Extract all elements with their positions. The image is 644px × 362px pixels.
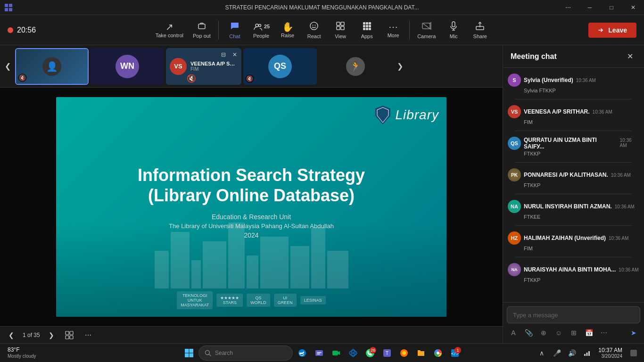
svg-rect-56: [630, 350, 637, 356]
svg-rect-10: [337, 22, 340, 25]
slide-more-button[interactable]: ⋯: [82, 329, 95, 341]
participant-thumb-2[interactable]: WN: [91, 48, 164, 85]
svg-rect-4: [198, 24, 205, 29]
taskbar-app-vscode[interactable]: </> 1: [447, 346, 462, 361]
pop-out-button[interactable]: Pop out: [189, 17, 215, 43]
mic-muted-vs: 🔇: [187, 74, 196, 83]
taskbar-app-video[interactable]: [329, 346, 344, 361]
taskbar-app-explorer1[interactable]: [346, 346, 361, 361]
strip-next-button[interactable]: ❯: [394, 52, 405, 81]
slide-prev-button[interactable]: ❮: [6, 329, 17, 341]
svg-rect-25: [452, 22, 455, 27]
taskbar-app-whatsapp[interactable]: 26: [363, 346, 378, 361]
svg-point-9: [315, 25, 316, 26]
msg-time-2: 10:36 AM: [593, 109, 612, 115]
minimize-panel-button[interactable]: ⊟: [219, 50, 228, 59]
search-placeholder: Search: [215, 350, 233, 356]
people-icon: 25: [253, 22, 270, 32]
chat-toolbar: A 📎 ⊕ ☺ ⊞ 📅 ⋯ ➤: [507, 323, 640, 339]
close-button[interactable]: ✕: [622, 0, 644, 15]
svg-rect-11: [341, 22, 344, 25]
notification-icon[interactable]: [627, 346, 640, 360]
chat-input-box[interactable]: Type a message: [507, 306, 640, 323]
avatar-vs-chat: VS: [508, 105, 521, 118]
taskbar-clock[interactable]: 10:37 AM 3/20/2024: [595, 346, 625, 360]
mic-sys-icon[interactable]: 🎤: [550, 346, 563, 360]
view-button[interactable]: View: [328, 17, 353, 43]
taskbar-app-firefox[interactable]: [396, 346, 412, 361]
whatsapp-badge: 26: [370, 347, 376, 354]
raise-button[interactable]: ✋ Raise: [275, 17, 300, 43]
title-bar: STRATEGI PENCARIAN MAKLUMAT MENGGUNAKAN …: [0, 0, 644, 15]
footer-logo-5: LESINAS: [300, 296, 326, 304]
avatar-na2: NA: [508, 263, 521, 276]
participant-dept-veenesa: FIM: [190, 66, 238, 72]
chat-more-options-button[interactable]: ⋯: [597, 326, 611, 339]
svg-line-38: [209, 354, 211, 356]
people-button[interactable]: 25 People: [249, 17, 273, 43]
taskbar-app-teams[interactable]: T: [380, 346, 395, 361]
participant-panel-veenesa[interactable]: VS VEENESA A/P SRITHAR. FIM ⊟ ✕ 🔇: [166, 48, 241, 85]
chat-gif-button[interactable]: ⊕: [537, 326, 550, 339]
svg-rect-22: [369, 28, 371, 30]
chat-input-area: Type a message A 📎 ⊕ ☺ ⊞ 📅 ⋯ ➤: [503, 302, 644, 343]
slide-library-label: Library: [395, 107, 439, 123]
taskbar-app-edge[interactable]: [295, 346, 310, 361]
msg-time-5: 10:36 AM: [615, 204, 635, 209]
msg-sub-7: FTKKP: [508, 277, 639, 283]
svg-rect-33: [185, 349, 189, 353]
svg-rect-32: [70, 336, 73, 339]
mic-button[interactable]: Mic: [441, 17, 466, 43]
strip-prev-button[interactable]: ❮: [2, 52, 13, 81]
taskbar-app-chrome[interactable]: [430, 346, 446, 361]
participant-thumb-5[interactable]: 🏃: [319, 48, 392, 85]
start-button[interactable]: [182, 346, 197, 361]
more-icon: ⋯: [388, 22, 398, 32]
slide-footer-logos: TEKNOLOGIUNTUKMASYARAKAT ★★★★★STARS QSWO…: [177, 291, 326, 309]
close-panel-button[interactable]: ✕: [230, 50, 239, 59]
slide-title-h1: Information Search Strategy (Library Onl…: [75, 165, 427, 206]
chat-send-button[interactable]: ➤: [627, 326, 640, 339]
taskbar-search[interactable]: Search: [198, 346, 293, 361]
react-button[interactable]: React: [302, 17, 326, 43]
chat-messages: S Sylvia (Unverified) 10:36 AM Sylvia FT…: [503, 68, 644, 302]
network-icon[interactable]: [580, 346, 594, 360]
mic-icon: [448, 21, 459, 33]
avatar-qs: QS: [268, 55, 292, 78]
share-button[interactable]: Share: [468, 17, 492, 43]
separator-5: [515, 225, 632, 226]
clock-time: 10:37 AM: [598, 347, 622, 354]
taskbar-app-chat[interactable]: [312, 346, 327, 361]
raise-icon: ✋: [282, 22, 294, 32]
apps-button[interactable]: Apps: [355, 17, 379, 43]
more-options-button[interactable]: ⋯: [557, 0, 579, 15]
slide-grid-view-button[interactable]: [63, 329, 76, 341]
camera-button[interactable]: Camera: [413, 17, 439, 43]
leave-button[interactable]: Leave: [588, 23, 636, 38]
maximize-button[interactable]: □: [601, 0, 622, 15]
minimize-button[interactable]: ─: [579, 0, 601, 15]
share-icon: [475, 21, 485, 33]
msg-time-3: 10:36 AM: [620, 138, 639, 148]
chat-meet-button[interactable]: 📅: [582, 326, 595, 339]
slide-next-button[interactable]: ❯: [46, 329, 57, 341]
more-button[interactable]: ⋯ More: [381, 17, 405, 43]
chat-attach-button[interactable]: 📎: [522, 326, 535, 339]
chat-panel: Meeting chat ✕ S Sylvia (Unverified) 10:…: [503, 45, 644, 343]
svg-rect-30: [70, 331, 73, 335]
take-control-button[interactable]: ↗ Take control: [152, 17, 187, 43]
taskbar-app-explorer2[interactable]: [413, 346, 429, 361]
participant-thumb-4[interactable]: QS 🔇: [243, 48, 317, 85]
chat-emoji-button[interactable]: ☺: [552, 326, 565, 339]
svg-rect-20: [363, 28, 365, 30]
participant-name-veenesa: VEENESA A/P SRITHAR.: [190, 61, 238, 66]
avatar-vs: VS: [170, 58, 187, 75]
chat-sticker-button[interactable]: ⊞: [567, 326, 580, 339]
volume-icon[interactable]: 🔊: [565, 346, 578, 360]
chat-button[interactable]: Chat: [223, 17, 247, 43]
chat-format-button[interactable]: A: [507, 326, 520, 339]
chat-close-button[interactable]: ✕: [623, 50, 636, 63]
slide-logo-area: Library: [374, 105, 439, 125]
chevron-up-icon[interactable]: ∧: [535, 346, 548, 360]
participant-thumb-1[interactable]: 👤 🔇: [15, 48, 89, 85]
